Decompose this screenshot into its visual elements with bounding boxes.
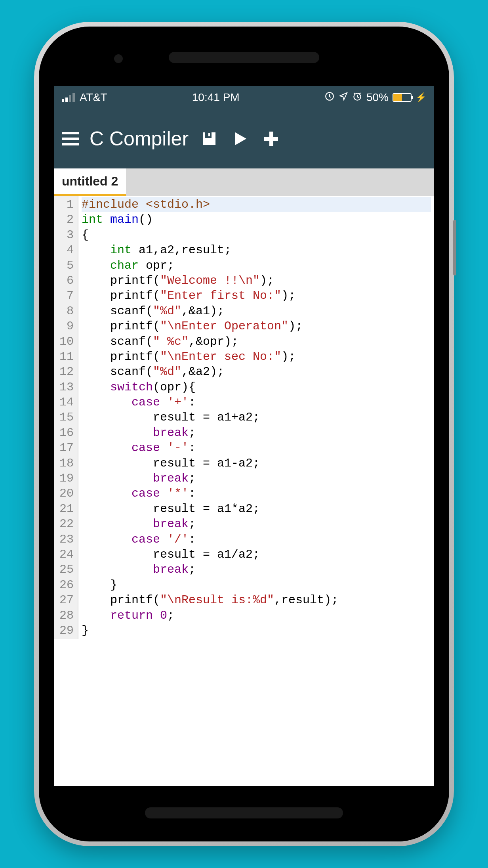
code-line[interactable]: break;: [82, 425, 431, 440]
line-number: 22: [59, 516, 74, 532]
line-number: 23: [59, 532, 74, 547]
code-line[interactable]: printf("Enter first No:");: [82, 288, 431, 303]
run-button[interactable]: [230, 128, 250, 149]
code-line[interactable]: result = a1/a2;: [82, 547, 431, 562]
code-line[interactable]: case '+':: [82, 395, 431, 410]
phone-speaker: [169, 52, 319, 63]
phone-frame: AT&T 10:41 PM 50%: [34, 22, 454, 846]
svg-rect-6: [264, 137, 278, 141]
line-number: 16: [59, 425, 74, 440]
line-gutter: 1234567891011121314151617181920212223242…: [54, 196, 78, 639]
tab-label: untitled 2: [62, 174, 118, 189]
phone-screen: AT&T 10:41 PM 50%: [54, 86, 434, 786]
code-line[interactable]: printf("Welcome !!\n");: [82, 273, 431, 288]
alarm-icon: [352, 91, 362, 104]
line-number: 19: [59, 471, 74, 486]
line-number: 9: [59, 319, 74, 334]
line-number: 6: [59, 273, 74, 288]
code-line[interactable]: break;: [82, 471, 431, 486]
code-line[interactable]: {: [82, 228, 431, 243]
code-line[interactable]: result = a1*a2;: [82, 501, 431, 516]
svg-rect-4: [208, 133, 210, 136]
line-number: 13: [59, 380, 74, 395]
line-number: 12: [59, 364, 74, 379]
code-line[interactable]: }: [82, 623, 431, 638]
code-line[interactable]: result = a1-a2;: [82, 456, 431, 471]
code-line[interactable]: printf("\nEnter sec No:");: [82, 349, 431, 364]
code-line[interactable]: result = a1+a2;: [82, 410, 431, 425]
save-button[interactable]: [199, 128, 219, 149]
line-number: 3: [59, 228, 74, 243]
code-line[interactable]: scanf("%d",&a1);: [82, 304, 431, 319]
line-number: 24: [59, 547, 74, 562]
battery-pct: 50%: [366, 91, 389, 104]
line-number: 20: [59, 486, 74, 501]
status-left: AT&T: [62, 91, 107, 104]
status-time: 10:41 PM: [192, 91, 240, 104]
line-number: 29: [59, 623, 74, 638]
code-line[interactable]: switch(opr){: [82, 380, 431, 395]
code-line[interactable]: #include <stdio.h>: [82, 197, 431, 212]
battery-icon: [393, 93, 412, 102]
phone-body: AT&T 10:41 PM 50%: [39, 27, 449, 841]
code-content[interactable]: #include <stdio.h>int main(){ int a1,a2,…: [78, 196, 434, 639]
code-line[interactable]: char opr;: [82, 258, 431, 273]
line-number: 1: [59, 197, 74, 212]
code-line[interactable]: }: [82, 577, 431, 593]
status-bar: AT&T 10:41 PM 50%: [54, 86, 434, 109]
line-number: 2: [59, 212, 74, 227]
code-line[interactable]: break;: [82, 516, 431, 532]
line-number: 28: [59, 608, 74, 623]
signal-icon: [62, 93, 75, 102]
phone-bottom-speaker: [145, 807, 343, 818]
line-number: 21: [59, 501, 74, 516]
code-line[interactable]: scanf(" %c",&opr);: [82, 334, 431, 349]
code-line[interactable]: int a1,a2,result;: [82, 243, 431, 258]
charging-icon: ⚡: [416, 92, 426, 103]
line-number: 27: [59, 593, 74, 608]
code-line[interactable]: int main(): [82, 212, 431, 227]
code-line[interactable]: scanf("%d",&a2);: [82, 364, 431, 379]
line-number: 7: [59, 288, 74, 303]
line-number: 5: [59, 258, 74, 273]
code-line[interactable]: printf("\nResult is:%d",result);: [82, 593, 431, 608]
app-title: C Compiler: [90, 127, 189, 150]
line-number: 10: [59, 334, 74, 349]
new-button[interactable]: [261, 128, 281, 149]
code-line[interactable]: case '*':: [82, 486, 431, 501]
carrier-label: AT&T: [80, 91, 107, 104]
line-number: 14: [59, 395, 74, 410]
line-number: 15: [59, 410, 74, 425]
menu-icon[interactable]: [62, 132, 79, 145]
code-line[interactable]: case '/':: [82, 532, 431, 547]
line-number: 18: [59, 456, 74, 471]
code-line[interactable]: printf("\nEnter Operaton");: [82, 319, 431, 334]
line-number: 4: [59, 243, 74, 258]
code-line[interactable]: break;: [82, 562, 431, 577]
line-number: 26: [59, 577, 74, 593]
phone-camera: [114, 54, 123, 63]
tab-bar: untitled 2: [54, 168, 434, 196]
rotation-lock-icon: [324, 91, 335, 104]
tab-active[interactable]: untitled 2: [54, 168, 126, 196]
app-header: C Compiler: [54, 109, 434, 168]
location-icon: [339, 91, 348, 104]
code-editor[interactable]: 1234567891011121314151617181920212223242…: [54, 196, 434, 639]
code-line[interactable]: return 0;: [82, 608, 431, 623]
line-number: 25: [59, 562, 74, 577]
status-right: 50% ⚡: [324, 91, 426, 104]
phone-side-button: [453, 220, 456, 275]
line-number: 17: [59, 440, 74, 455]
line-number: 11: [59, 349, 74, 364]
line-number: 8: [59, 304, 74, 319]
code-line[interactable]: case '-':: [82, 440, 431, 455]
